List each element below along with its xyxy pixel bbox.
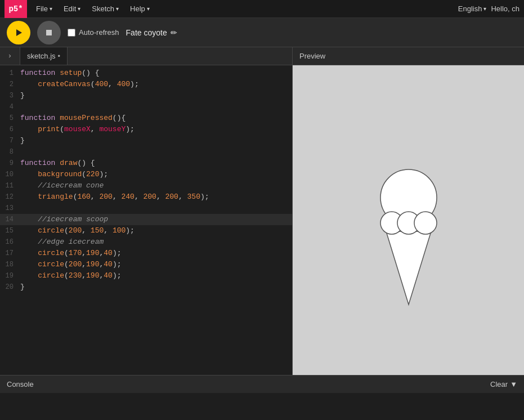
collapse-button[interactable]: ›	[0, 47, 20, 65]
auto-refresh-label[interactable]: Auto-refresh	[68, 28, 119, 37]
nav-menu: File ▾ Edit ▾ Sketch ▾ Help ▾	[32, 2, 458, 15]
code-line: 2 createCanvas(400, 400);	[0, 79, 292, 90]
play-button[interactable]	[7, 21, 30, 44]
svg-rect-1	[46, 30, 52, 35]
clear-button[interactable]: Clear ▼	[490, 380, 517, 388]
file-panel: › sketch.js • 1 function setup() { 2 cre…	[0, 47, 293, 375]
modified-indicator: •	[58, 52, 61, 60]
code-line: 8	[0, 146, 292, 158]
stop-icon	[45, 29, 53, 37]
console-label: Console	[7, 380, 34, 388]
sketch-name: Fate coyote ✏	[126, 28, 177, 37]
code-line: 10 background(220);	[0, 169, 292, 180]
code-line: 7 }	[0, 135, 292, 146]
code-line: 5 function mousePressed(){	[0, 113, 292, 124]
auto-refresh-checkbox[interactable]	[68, 29, 75, 37]
code-line: 18 circle(200,190,40);	[0, 259, 292, 270]
nav-sketch[interactable]: Sketch ▾	[87, 2, 123, 15]
svg-marker-0	[16, 29, 22, 36]
code-line: 6 print(mouseX, mouseY);	[0, 124, 292, 135]
file-tabs: › sketch.js •	[0, 47, 292, 65]
console-content	[0, 393, 524, 420]
language-chevron-icon: ▾	[483, 6, 486, 12]
editor-area: › sketch.js • 1 function setup() { 2 cre…	[0, 47, 524, 375]
p5-logo: p5*	[5, 0, 27, 18]
code-line: 15 circle(200, 150, 100);	[0, 225, 292, 236]
pencil-icon[interactable]: ✏	[171, 28, 177, 37]
toolbar: Auto-refresh Fate coyote ✏	[0, 18, 524, 47]
nav-help[interactable]: Help ▾	[126, 2, 154, 15]
ice-cream-preview	[352, 130, 465, 310]
code-line: 4	[0, 101, 292, 113]
code-line: 12 triangle(160, 200, 240, 200, 200, 350…	[0, 191, 292, 203]
code-line: 1 function setup() {	[0, 68, 292, 79]
play-icon	[14, 28, 23, 37]
preview-header: Preview	[293, 47, 524, 65]
language-selector[interactable]: English ▾	[458, 5, 487, 13]
top-navigation: p5* File ▾ Edit ▾ Sketch ▾ Help ▾ Englis…	[0, 0, 524, 18]
code-editor[interactable]: 1 function setup() { 2 createCanvas(400,…	[0, 65, 292, 375]
console-chevron-icon: ▼	[510, 380, 517, 388]
code-line-highlighted: 14 //icecream scoop	[0, 214, 292, 225]
code-line: 17 circle(170,190,40);	[0, 248, 292, 259]
stop-button[interactable]	[37, 21, 61, 44]
svg-point-6	[414, 212, 437, 234]
nav-edit[interactable]: Edit ▾	[59, 2, 85, 15]
nav-right: English ▾ Hello, ch	[458, 5, 519, 13]
svg-marker-2	[386, 231, 431, 305]
console-bar: Console Clear ▼	[0, 375, 524, 393]
code-line: 20 }	[0, 282, 292, 293]
code-line: 3 }	[0, 90, 292, 101]
nav-file[interactable]: File ▾	[32, 2, 57, 15]
user-greeting: Hello, ch	[491, 5, 519, 13]
code-line: 19 circle(230,190,40);	[0, 270, 292, 282]
code-line: 13	[0, 203, 292, 214]
preview-canvas	[293, 65, 524, 375]
code-line: 11 //icecream cone	[0, 180, 292, 191]
code-line: 16 //edge icecream	[0, 236, 292, 248]
code-line: 9 function draw() {	[0, 158, 292, 169]
file-tab-sketchjs[interactable]: sketch.js •	[20, 47, 68, 65]
preview-panel: Preview	[293, 47, 524, 375]
